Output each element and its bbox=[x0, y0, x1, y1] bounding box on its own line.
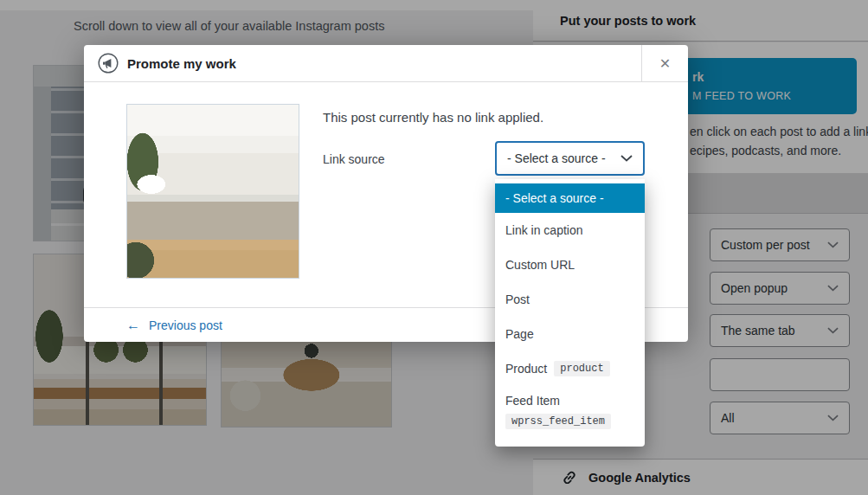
dropdown-option-link-in-caption[interactable]: Link in caption bbox=[495, 213, 645, 248]
modal-title: Promote my work bbox=[127, 56, 236, 71]
previous-post-link[interactable]: ← Previous post bbox=[126, 318, 222, 333]
post-preview-image bbox=[126, 104, 299, 279]
app-screen: Scroll down to view all of your availabl… bbox=[0, 0, 868, 495]
post-link-status-text: This post currently has no link applied. bbox=[323, 110, 543, 125]
megaphone-icon bbox=[98, 53, 119, 74]
close-icon[interactable]: ✕ bbox=[641, 45, 688, 82]
post-type-badge: wprss_feed_item bbox=[505, 414, 611, 429]
post-type-badge: product bbox=[554, 361, 609, 376]
link-source-dropdown-menu: - Select a source - Link in caption Cust… bbox=[495, 179, 645, 447]
chevron-down-icon bbox=[620, 155, 633, 162]
dropdown-option-feed-item[interactable]: Feed Item wprss_feed_item bbox=[495, 386, 645, 436]
modal-header: Promote my work ✕ bbox=[84, 45, 688, 82]
option-label: Feed Item bbox=[505, 394, 560, 408]
left-arrow-icon: ← bbox=[126, 318, 140, 333]
dropdown-option-page[interactable]: Page bbox=[495, 317, 645, 351]
option-label: Product bbox=[505, 362, 547, 376]
select-value: - Select a source - bbox=[507, 151, 606, 165]
link-source-select[interactable]: - Select a source - bbox=[495, 141, 645, 176]
dropdown-option-post[interactable]: Post bbox=[495, 282, 645, 317]
link-source-label: Link source bbox=[323, 152, 385, 166]
previous-post-label: Previous post bbox=[149, 318, 222, 332]
dropdown-option-product[interactable]: Product product bbox=[495, 351, 645, 386]
dropdown-option-select-a-source[interactable]: - Select a source - bbox=[495, 183, 645, 213]
dropdown-option-custom-url[interactable]: Custom URL bbox=[495, 248, 645, 282]
